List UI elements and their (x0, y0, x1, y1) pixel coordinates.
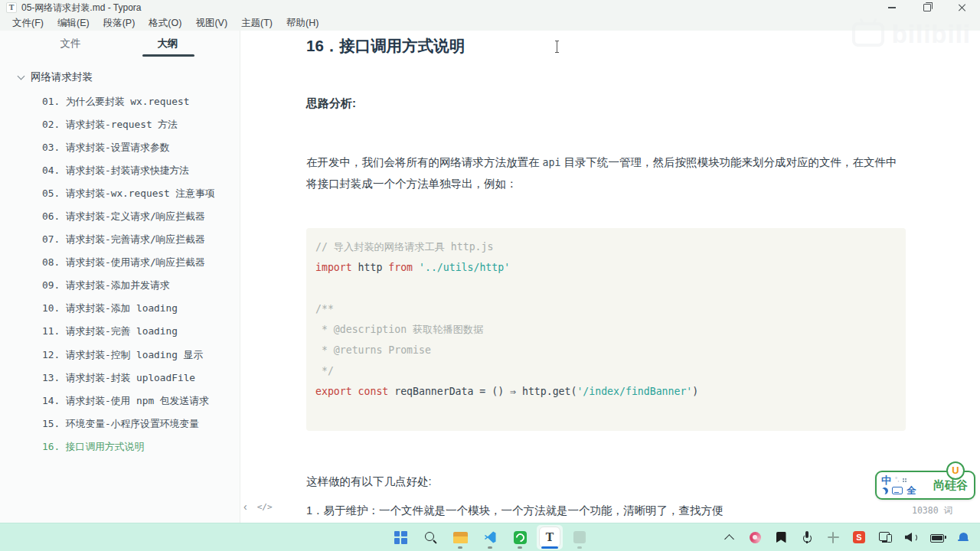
text-cursor (554, 41, 560, 53)
outline-item-09[interactable]: 09. 请求封装-添加并发请求 (0, 275, 240, 298)
explorer-icon (453, 532, 468, 543)
taskbar-typora[interactable]: T (537, 525, 563, 549)
collapse-sidebar-button[interactable]: ‹ (243, 500, 247, 513)
menu-help[interactable]: 帮助(H) (279, 17, 325, 30)
tab-files[interactable]: 文件 (49, 37, 92, 51)
swirl-icon (750, 532, 761, 543)
outline-root-label: 网络请求封装 (31, 70, 93, 84)
taskbar-ghost-app[interactable] (567, 525, 593, 549)
speaker-icon (905, 532, 917, 543)
outline-item-13[interactable]: 13. 请求封装-封装 uploadFile (0, 367, 240, 390)
keyboard-icon[interactable] (892, 487, 903, 494)
menu-edit[interactable]: 编辑(E) (51, 17, 96, 30)
outline-list: 01. 为什么要封装 wx.request02. 请求封装-request 方法… (0, 89, 240, 459)
logo-u-icon: U (946, 461, 965, 480)
chevron-up-icon (724, 534, 734, 544)
editor-content[interactable]: 16．接口调用方式说明 思路分析: 在开发中，我们会将所有的网络请求方法放置在 … (240, 31, 980, 523)
vscode-icon (483, 530, 497, 544)
menu-file[interactable]: 文件(F) (5, 17, 51, 30)
outline-item-02[interactable]: 02. 请求封装-request 方法 (0, 113, 240, 136)
minimize-icon (888, 7, 896, 8)
outline-item-14[interactable]: 14. 请求封装-使用 npm 包发送请求 (0, 390, 240, 412)
brand-name: 尚硅谷 (933, 478, 968, 491)
sogou-icon: S (853, 531, 865, 543)
tray-cast[interactable] (876, 526, 894, 549)
running-indicator (518, 546, 522, 549)
code-line: // 导入封装的网络请求工具 http.js (315, 236, 897, 257)
typora-icon: T (539, 527, 560, 548)
search-icon (424, 531, 437, 544)
code-line (315, 278, 897, 298)
outline-item-08[interactable]: 08. 请求封装-使用请求/响应拦截器 (0, 252, 240, 275)
shangguigu-logo: U 尚硅谷 (933, 478, 969, 493)
title-bar: T 05-网络请求封装.md - Typora (0, 0, 980, 15)
tray-chevron-up[interactable] (720, 526, 738, 549)
outline-item-11[interactable]: 11. 请求封装-完善 loading (0, 321, 240, 344)
ime-fullwidth[interactable]: 全 (906, 486, 916, 496)
ime-grid-icon (903, 478, 904, 480)
tray-swirl[interactable] (746, 526, 764, 549)
menu-view[interactable]: 视图(V) (188, 17, 234, 30)
outline-item-10[interactable]: 10. 请求封装-添加 loading (0, 298, 240, 321)
word-count: 10380 词 (912, 505, 952, 517)
outline-root-item[interactable]: 网络请求封装 (0, 66, 240, 89)
running-indicator (577, 546, 582, 549)
tab-outline[interactable]: 大纲 (146, 37, 189, 51)
restore-button[interactable] (910, 0, 945, 15)
code-block[interactable]: // 导入封装的网络请求工具 http.jsimport http from '… (306, 228, 906, 431)
menu-paragraph[interactable]: 段落(P) (96, 17, 142, 30)
moon-icon[interactable] (880, 487, 889, 495)
close-button[interactable] (945, 0, 980, 15)
outline-item-06[interactable]: 06. 请求封装-定义请求/响应拦截器 (0, 205, 240, 228)
outline-item-15[interactable]: 15. 环境变量-小程序设置环境变量 (0, 412, 240, 435)
tray-notification-bell[interactable] (954, 526, 972, 549)
taskbar-vscode[interactable] (477, 525, 503, 549)
taskbar-explorer[interactable] (447, 525, 473, 549)
taskbar-center: T (387, 523, 593, 551)
cast-icon (879, 532, 892, 543)
minimize-button[interactable] (874, 0, 910, 15)
tray-move-tool[interactable] (824, 526, 842, 549)
active-tab-underline (142, 54, 194, 57)
ghost-app-icon (573, 531, 586, 543)
code-line: */ (315, 360, 897, 381)
bilibili-watermark: bilibili (852, 20, 971, 49)
list-item: 1．易于维护：一个文件就是一个模块，一个方法就是一个功能，清晰明了，查找方便 (306, 504, 906, 517)
sidebar-tabs: 文件 大纲 (0, 31, 240, 57)
window-title: 05-网络请求封装.md - Typora (21, 2, 141, 15)
code-line (315, 402, 897, 422)
outline-item-07[interactable]: 07. 请求封装-完善请求/响应拦截器 (0, 229, 240, 252)
taskbar-wechat-devtools[interactable] (507, 525, 533, 549)
subheading: 思路分析: (306, 97, 906, 109)
outline-item-03[interactable]: 03. 请求封装-设置请求参数 (0, 136, 240, 159)
ime-panel[interactable]: 中 °, 全 U 尚硅谷 (875, 471, 975, 500)
code-line: * @returns Promise (315, 340, 897, 360)
tray-microphone[interactable] (798, 526, 816, 549)
menu-theme[interactable]: 主题(T) (234, 17, 279, 30)
taskbar-search[interactable] (417, 525, 443, 549)
code-lines: // 导入封装的网络请求工具 http.jsimport http from '… (315, 236, 897, 422)
battery-icon (930, 534, 944, 543)
paragraph: 在开发中，我们会将所有的网络请求方法放置在 api 目录下统一管理，然后按照模块… (306, 152, 906, 194)
outline-item-12[interactable]: 12. 请求封装-控制 loading 显示 (0, 344, 240, 367)
menu-format[interactable]: 格式(O) (142, 17, 188, 30)
ime-mode-chinese[interactable]: 中 (881, 475, 891, 485)
outline-item-04[interactable]: 04. 请求封装-封装请求快捷方法 (0, 159, 240, 182)
code-line: export const reqBannerData = () ⇒ http.g… (315, 381, 897, 402)
system-tray: S (720, 523, 972, 551)
outline-item-05[interactable]: 05. 请求封装-wx.request 注意事项 (0, 182, 240, 205)
bilibili-watermark-text: bilibili (892, 20, 971, 49)
source-mode-button[interactable]: </> (257, 502, 273, 512)
taskbar: T S (0, 523, 980, 551)
outline-item-01[interactable]: 01. 为什么要封装 wx.request (0, 90, 240, 113)
tray-speaker[interactable] (902, 526, 920, 549)
tray-sogou[interactable]: S (850, 526, 868, 549)
tray-battery[interactable] (928, 526, 946, 549)
code-line: /** (315, 298, 897, 319)
outline-item-16[interactable]: 16. 接口调用方式说明 (0, 435, 240, 458)
close-icon (959, 4, 966, 11)
taskbar-start[interactable] (387, 525, 413, 549)
editor-footer-left: ‹ </> (243, 500, 273, 513)
ime-status-group: 中 °, 全 (881, 475, 916, 496)
tray-flag[interactable] (772, 526, 790, 549)
